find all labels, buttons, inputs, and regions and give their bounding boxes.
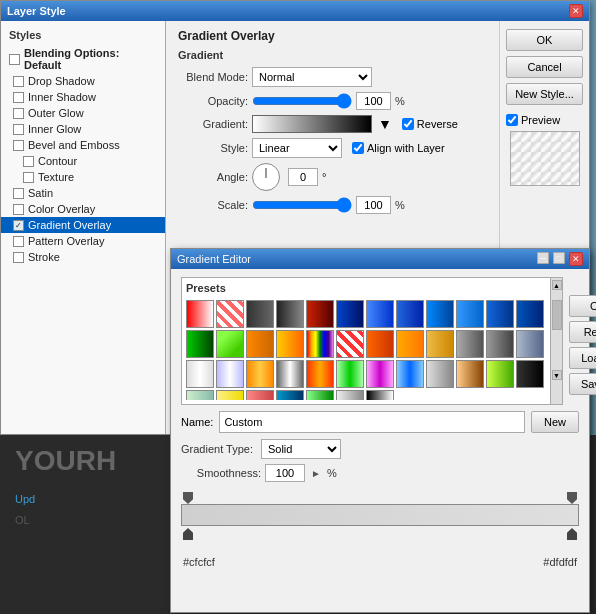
preset-gray-2[interactable] xyxy=(486,330,514,358)
preset-amber[interactable] xyxy=(396,330,424,358)
drop-shadow-checkbox[interactable] xyxy=(13,76,24,87)
ge-ok-button[interactable]: OK xyxy=(569,295,596,317)
preset-mint[interactable] xyxy=(306,390,334,400)
gradient-dropdown-icon[interactable]: ▼ xyxy=(378,116,392,132)
preset-yellow-orange[interactable] xyxy=(276,330,304,358)
inner-shadow-checkbox[interactable] xyxy=(13,92,24,103)
preset-silver[interactable] xyxy=(186,360,214,388)
scrollbar-thumb[interactable] xyxy=(552,300,562,330)
bevel-emboss-checkbox[interactable] xyxy=(13,140,24,151)
preset-blue-3[interactable] xyxy=(486,300,514,328)
sidebar-item-color-overlay[interactable]: Color Overlay xyxy=(1,201,165,217)
preset-dark-red[interactable] xyxy=(306,300,334,328)
stroke-checkbox[interactable] xyxy=(13,252,24,263)
preset-green-3[interactable] xyxy=(336,360,364,388)
satin-checkbox[interactable] xyxy=(13,188,24,199)
ge-save-button[interactable]: Save... xyxy=(569,373,596,395)
close-button[interactable]: ✕ xyxy=(569,4,583,18)
contour-checkbox[interactable] xyxy=(23,156,34,167)
preset-light-blue-2[interactable] xyxy=(216,360,244,388)
preset-bw[interactable] xyxy=(366,390,394,400)
preset-light-blue[interactable] xyxy=(366,300,394,328)
sidebar-item-outer-glow[interactable]: Outer Glow xyxy=(1,105,165,121)
preset-ocean[interactable] xyxy=(276,390,304,400)
maximize-button[interactable]: □ xyxy=(553,252,565,264)
preset-chrome[interactable] xyxy=(276,360,304,388)
inner-glow-checkbox[interactable] xyxy=(13,124,24,135)
sidebar-item-texture[interactable]: Texture xyxy=(1,169,165,185)
preset-orange-red[interactable] xyxy=(366,330,394,358)
gradient-type-select[interactable]: Solid Noise xyxy=(261,439,341,459)
style-select[interactable]: Linear Radial Angle xyxy=(252,138,342,158)
presets-scrollbar[interactable]: ▲ ▼ xyxy=(550,278,562,404)
cancel-button[interactable]: Cancel xyxy=(506,56,583,78)
preset-stripes[interactable] xyxy=(336,330,364,358)
scroll-up-btn[interactable]: ▲ xyxy=(552,280,562,290)
sidebar-item-contour[interactable]: Contour xyxy=(1,153,165,169)
ge-reset-button[interactable]: Reset xyxy=(569,321,596,343)
ge-load-button[interactable]: Load... xyxy=(569,347,596,369)
scale-value[interactable] xyxy=(356,196,391,214)
sidebar-item-inner-shadow[interactable]: Inner Shadow xyxy=(1,89,165,105)
sidebar-item-gradient-overlay[interactable]: Gradient Overlay xyxy=(1,217,165,233)
opacity-value[interactable] xyxy=(356,92,391,110)
preset-teal[interactable] xyxy=(186,390,214,400)
preset-dark-gray[interactable] xyxy=(246,300,274,328)
gradient-swatch[interactable] xyxy=(252,115,372,133)
outer-glow-checkbox[interactable] xyxy=(13,108,24,119)
preset-blue[interactable] xyxy=(336,300,364,328)
angle-value[interactable] xyxy=(288,168,318,186)
preset-red-white[interactable] xyxy=(186,300,214,328)
smoothness-arrow[interactable]: ► xyxy=(311,468,321,479)
preset-green-2[interactable] xyxy=(216,330,244,358)
preset-pink[interactable] xyxy=(246,390,274,400)
preset-gold-2[interactable] xyxy=(246,360,274,388)
new-style-button[interactable]: New Style... xyxy=(506,83,583,105)
texture-checkbox[interactable] xyxy=(23,172,34,183)
ge-close-button[interactable]: ✕ xyxy=(569,252,583,266)
preset-lime[interactable] xyxy=(486,360,514,388)
preset-red-checkered[interactable] xyxy=(216,300,244,328)
sidebar-item-drop-shadow[interactable]: Drop Shadow xyxy=(1,73,165,89)
preset-mid-blue[interactable] xyxy=(396,300,424,328)
preset-mid-gray[interactable] xyxy=(456,330,484,358)
ok-button[interactable]: OK xyxy=(506,29,583,51)
preset-blue-4[interactable] xyxy=(396,360,424,388)
gradient-overlay-checkbox[interactable] xyxy=(13,220,24,231)
sidebar-item-blending-options[interactable]: Blending Options: Default xyxy=(1,45,165,73)
reverse-checkbox[interactable] xyxy=(402,118,414,130)
preset-gray-dark[interactable] xyxy=(276,300,304,328)
pattern-overlay-checkbox[interactable] xyxy=(13,236,24,247)
color-stop-left[interactable] xyxy=(183,528,193,540)
minimize-button[interactable]: ─ xyxy=(537,252,549,264)
blend-mode-select[interactable]: Normal Multiply Screen xyxy=(252,67,372,87)
sidebar-item-pattern-overlay[interactable]: Pattern Overlay xyxy=(1,233,165,249)
preset-blue-gray[interactable] xyxy=(516,330,544,358)
preset-green[interactable] xyxy=(186,330,214,358)
sidebar-item-inner-glow[interactable]: Inner Glow xyxy=(1,121,165,137)
scale-slider[interactable] xyxy=(252,198,352,212)
blending-checkbox[interactable] xyxy=(9,54,20,65)
sidebar-item-satin[interactable]: Satin xyxy=(1,185,165,201)
color-stop-right[interactable] xyxy=(567,528,577,540)
opacity-stop-right[interactable] xyxy=(567,492,577,504)
preview-checkbox[interactable] xyxy=(506,114,518,126)
angle-dial[interactable] xyxy=(252,163,280,191)
scroll-down-btn[interactable]: ▼ xyxy=(552,370,562,380)
name-input[interactable] xyxy=(219,411,525,433)
preset-blue-2[interactable] xyxy=(456,300,484,328)
preset-purple[interactable] xyxy=(366,360,394,388)
preset-copper[interactable] xyxy=(456,360,484,388)
preset-black[interactable] xyxy=(516,360,544,388)
sidebar-item-stroke[interactable]: Stroke xyxy=(1,249,165,265)
preset-sky-blue[interactable] xyxy=(426,300,454,328)
color-overlay-checkbox[interactable] xyxy=(13,204,24,215)
preset-orange[interactable] xyxy=(246,330,274,358)
preset-rainbow[interactable] xyxy=(306,330,334,358)
preset-gray-3[interactable] xyxy=(426,360,454,388)
ge-new-button[interactable]: New xyxy=(531,411,579,433)
sidebar-item-bevel-emboss[interactable]: Bevel and Emboss xyxy=(1,137,165,153)
preset-yellow[interactable] xyxy=(216,390,244,400)
opacity-stop-left[interactable] xyxy=(183,492,193,504)
smoothness-value[interactable] xyxy=(265,464,305,482)
